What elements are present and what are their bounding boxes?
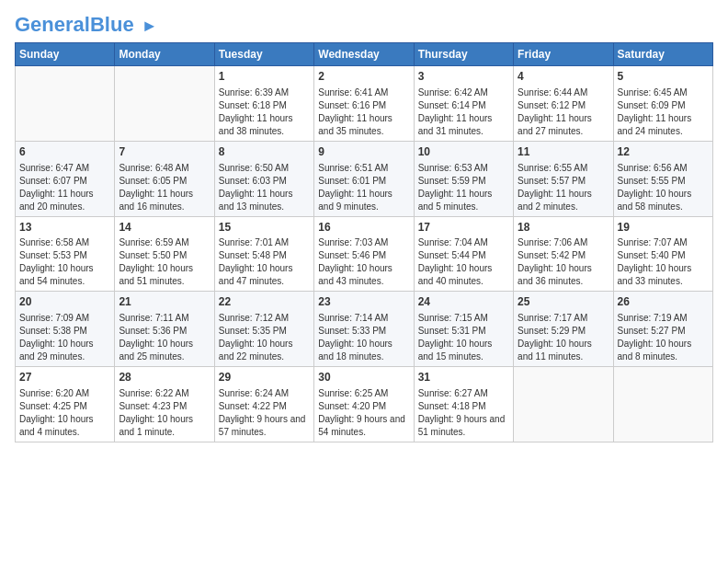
column-header-monday: Monday <box>115 43 214 66</box>
column-header-sunday: Sunday <box>16 43 115 66</box>
column-header-saturday: Saturday <box>613 43 712 66</box>
calendar-cell: 30Sunrise: 6:25 AM Sunset: 4:20 PM Dayli… <box>314 367 414 442</box>
calendar-cell <box>613 367 712 442</box>
day-number: 13 <box>19 220 110 236</box>
calendar-cell: 10Sunrise: 6:53 AM Sunset: 5:59 PM Dayli… <box>414 141 513 216</box>
column-header-friday: Friday <box>514 43 613 66</box>
day-info: Sunrise: 7:17 AM Sunset: 5:29 PM Dayligh… <box>518 312 609 363</box>
day-info: Sunrise: 7:11 AM Sunset: 5:36 PM Dayligh… <box>119 312 210 363</box>
calendar-week-5: 27Sunrise: 6:20 AM Sunset: 4:25 PM Dayli… <box>16 367 713 442</box>
calendar-cell <box>115 66 214 142</box>
day-number: 4 <box>518 69 609 85</box>
logo-icon: ► <box>142 17 158 35</box>
calendar-week-3: 13Sunrise: 6:58 AM Sunset: 5:53 PM Dayli… <box>16 216 713 292</box>
day-info: Sunrise: 7:12 AM Sunset: 5:35 PM Dayligh… <box>219 312 310 363</box>
day-number: 18 <box>518 220 609 236</box>
day-info: Sunrise: 6:51 AM Sunset: 6:01 PM Dayligh… <box>318 162 409 213</box>
day-number: 31 <box>418 370 509 385</box>
calendar-week-4: 20Sunrise: 7:09 AM Sunset: 5:38 PM Dayli… <box>16 292 713 367</box>
logo-blue: Blue <box>90 13 134 36</box>
day-info: Sunrise: 7:14 AM Sunset: 5:33 PM Dayligh… <box>318 312 409 363</box>
day-number: 15 <box>219 220 310 236</box>
day-info: Sunrise: 6:44 AM Sunset: 6:12 PM Dayligh… <box>518 86 609 138</box>
calendar-cell: 18Sunrise: 7:06 AM Sunset: 5:42 PM Dayli… <box>514 216 613 292</box>
day-number: 6 <box>19 144 110 160</box>
day-info: Sunrise: 7:09 AM Sunset: 5:38 PM Dayligh… <box>19 312 110 363</box>
calendar-cell: 8Sunrise: 6:50 AM Sunset: 6:03 PM Daylig… <box>214 141 313 216</box>
calendar-week-1: 1Sunrise: 6:39 AM Sunset: 6:18 PM Daylig… <box>16 66 713 142</box>
calendar-cell: 9Sunrise: 6:51 AM Sunset: 6:01 PM Daylig… <box>314 141 414 216</box>
calendar-header-row: SundayMondayTuesdayWednesdayThursdayFrid… <box>16 43 713 66</box>
day-number: 29 <box>219 370 310 385</box>
day-info: Sunrise: 7:01 AM Sunset: 5:48 PM Dayligh… <box>219 236 310 288</box>
day-number: 27 <box>19 370 110 385</box>
calendar-cell: 26Sunrise: 7:19 AM Sunset: 5:27 PM Dayli… <box>613 292 712 367</box>
day-number: 1 <box>219 69 310 85</box>
day-info: Sunrise: 6:24 AM Sunset: 4:22 PM Dayligh… <box>219 387 310 439</box>
calendar-cell: 1Sunrise: 6:39 AM Sunset: 6:18 PM Daylig… <box>214 66 313 142</box>
day-number: 11 <box>518 144 609 160</box>
calendar-cell: 4Sunrise: 6:44 AM Sunset: 6:12 PM Daylig… <box>514 66 613 142</box>
logo-general: General <box>15 13 90 36</box>
calendar-cell: 14Sunrise: 6:59 AM Sunset: 5:50 PM Dayli… <box>115 216 214 292</box>
day-number: 10 <box>418 144 509 160</box>
calendar-cell: 20Sunrise: 7:09 AM Sunset: 5:38 PM Dayli… <box>16 292 115 367</box>
day-number: 16 <box>318 220 409 236</box>
day-info: Sunrise: 6:48 AM Sunset: 6:05 PM Dayligh… <box>119 162 210 213</box>
day-info: Sunrise: 7:19 AM Sunset: 5:27 PM Dayligh… <box>618 312 709 363</box>
calendar-cell: 11Sunrise: 6:55 AM Sunset: 5:57 PM Dayli… <box>514 141 613 216</box>
calendar-table: SundayMondayTuesdayWednesdayThursdayFrid… <box>15 42 713 442</box>
day-number: 17 <box>418 220 509 236</box>
day-number: 23 <box>318 294 409 310</box>
day-number: 19 <box>618 220 709 236</box>
calendar-cell: 25Sunrise: 7:17 AM Sunset: 5:29 PM Dayli… <box>514 292 613 367</box>
day-info: Sunrise: 6:50 AM Sunset: 6:03 PM Dayligh… <box>219 162 310 213</box>
day-number: 22 <box>219 294 310 310</box>
calendar-cell <box>16 66 115 142</box>
day-number: 7 <box>119 144 210 160</box>
day-info: Sunrise: 6:39 AM Sunset: 6:18 PM Dayligh… <box>219 86 310 138</box>
day-info: Sunrise: 6:42 AM Sunset: 6:14 PM Dayligh… <box>418 86 509 138</box>
day-info: Sunrise: 7:07 AM Sunset: 5:40 PM Dayligh… <box>618 236 709 288</box>
logo: GeneralBlue ► <box>15 15 158 35</box>
calendar-cell: 6Sunrise: 6:47 AM Sunset: 6:07 PM Daylig… <box>16 141 115 216</box>
day-info: Sunrise: 7:03 AM Sunset: 5:46 PM Dayligh… <box>318 236 409 288</box>
day-info: Sunrise: 6:20 AM Sunset: 4:25 PM Dayligh… <box>19 387 110 439</box>
calendar-cell: 24Sunrise: 7:15 AM Sunset: 5:31 PM Dayli… <box>414 292 513 367</box>
day-info: Sunrise: 6:25 AM Sunset: 4:20 PM Dayligh… <box>318 387 409 439</box>
day-number: 8 <box>219 144 310 160</box>
day-number: 25 <box>518 294 609 310</box>
day-number: 20 <box>19 294 110 310</box>
day-number: 5 <box>618 69 709 85</box>
day-info: Sunrise: 6:27 AM Sunset: 4:18 PM Dayligh… <box>418 387 509 439</box>
calendar-cell: 19Sunrise: 7:07 AM Sunset: 5:40 PM Dayli… <box>613 216 712 292</box>
calendar-cell: 22Sunrise: 7:12 AM Sunset: 5:35 PM Dayli… <box>214 292 313 367</box>
calendar-cell: 12Sunrise: 6:56 AM Sunset: 5:55 PM Dayli… <box>613 141 712 216</box>
calendar-cell: 7Sunrise: 6:48 AM Sunset: 6:05 PM Daylig… <box>115 141 214 216</box>
calendar-cell: 31Sunrise: 6:27 AM Sunset: 4:18 PM Dayli… <box>414 367 513 442</box>
day-number: 21 <box>119 294 210 310</box>
day-info: Sunrise: 6:41 AM Sunset: 6:16 PM Dayligh… <box>318 86 409 138</box>
day-info: Sunrise: 6:45 AM Sunset: 6:09 PM Dayligh… <box>618 86 709 138</box>
calendar-cell: 15Sunrise: 7:01 AM Sunset: 5:48 PM Dayli… <box>214 216 313 292</box>
calendar-cell: 29Sunrise: 6:24 AM Sunset: 4:22 PM Dayli… <box>214 367 313 442</box>
day-info: Sunrise: 6:59 AM Sunset: 5:50 PM Dayligh… <box>119 236 210 288</box>
column-header-thursday: Thursday <box>414 43 513 66</box>
day-number: 9 <box>318 144 409 160</box>
day-number: 30 <box>318 370 409 385</box>
calendar-cell <box>514 367 613 442</box>
day-number: 2 <box>318 69 409 85</box>
day-info: Sunrise: 6:55 AM Sunset: 5:57 PM Dayligh… <box>518 162 609 213</box>
page-header: GeneralBlue ► <box>15 15 713 35</box>
calendar-cell: 17Sunrise: 7:04 AM Sunset: 5:44 PM Dayli… <box>414 216 513 292</box>
day-number: 3 <box>418 69 509 85</box>
day-info: Sunrise: 6:58 AM Sunset: 5:53 PM Dayligh… <box>19 236 110 288</box>
day-info: Sunrise: 6:22 AM Sunset: 4:23 PM Dayligh… <box>119 387 210 439</box>
day-info: Sunrise: 7:04 AM Sunset: 5:44 PM Dayligh… <box>418 236 509 288</box>
day-number: 24 <box>418 294 509 310</box>
column-header-wednesday: Wednesday <box>314 43 414 66</box>
calendar-cell: 23Sunrise: 7:14 AM Sunset: 5:33 PM Dayli… <box>314 292 414 367</box>
day-number: 28 <box>119 370 210 385</box>
day-info: Sunrise: 7:06 AM Sunset: 5:42 PM Dayligh… <box>518 236 609 288</box>
calendar-cell: 3Sunrise: 6:42 AM Sunset: 6:14 PM Daylig… <box>414 66 513 142</box>
